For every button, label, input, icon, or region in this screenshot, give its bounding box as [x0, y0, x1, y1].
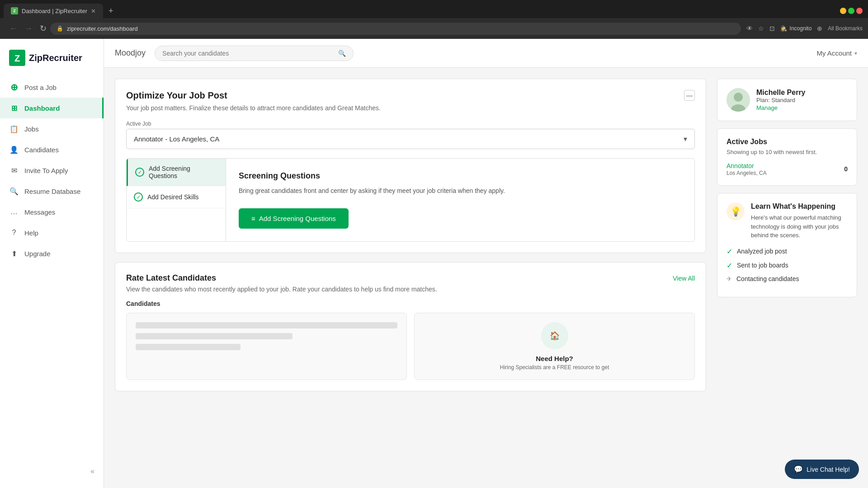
status-item-analyzed: ✓ Analyzed job post	[726, 247, 848, 256]
screening-btn-label: Add Screening Questions	[259, 215, 336, 222]
learn-icon: 💡	[726, 202, 745, 221]
active-jobs-title: Active Jobs	[726, 138, 848, 146]
user-info: Michelle Perry Plan: Standard Manage	[726, 88, 848, 112]
job-applicant-count: 0	[844, 165, 848, 173]
main-header: Moodjoy 🔍 My Account ▾	[104, 39, 868, 68]
help-icon: ?	[9, 228, 19, 238]
manage-account-link[interactable]: Manage	[756, 104, 778, 111]
active-job-value: Annotator - Los Angeles, CA	[134, 135, 219, 143]
maximize-window-button[interactable]	[848, 8, 854, 14]
step-check-icon	[135, 168, 144, 177]
sidebar: Z ZipRecruiter ⊕ Post a Job ⊞ Dashboard …	[0, 39, 104, 488]
url-text: ziprecruiter.com/dashboard	[67, 25, 138, 32]
job-location: Los Angeles, CA	[726, 170, 767, 176]
learn-header-text: Learn What's Happening Here's what our p…	[751, 202, 848, 240]
contacting-label: Contacting candidates	[736, 275, 799, 282]
live-chat-button[interactable]: 💬 Live Chat Help!	[785, 460, 859, 479]
company-name: Moodjoy	[115, 48, 146, 58]
split-view-icon[interactable]: ⊡	[769, 25, 775, 32]
invite-icon: ✉	[9, 165, 19, 175]
browser-actions: 👁 ☆ ⊡ 🕵 Incognito ⊕ All Bookmarks	[746, 25, 863, 32]
eye-icon[interactable]: 👁	[746, 25, 753, 32]
sidebar-collapse-button[interactable]: «	[0, 462, 104, 481]
active-jobs-subtitle: Showing up to 10 with newest first.	[726, 149, 848, 155]
sidebar-item-resume-database[interactable]: 🔍 Resume Database	[0, 181, 104, 202]
optimize-card-title: Optimize Your Job Post	[126, 90, 227, 101]
step-screening-label: Add Screening Questions	[149, 165, 218, 179]
learn-description: Here's what our powerful matching techno…	[751, 213, 848, 240]
svg-text:🏠: 🏠	[550, 331, 560, 341]
minimize-card-button[interactable]: —	[684, 90, 695, 101]
messages-label: Messages	[24, 208, 55, 216]
sidebar-item-upgrade[interactable]: ⬆ Upgrade	[0, 243, 104, 264]
step-item-skills[interactable]: Add Desired Skills	[127, 186, 226, 208]
svg-point-5	[734, 93, 743, 102]
sidebar-item-candidates[interactable]: 👤 Candidates	[0, 139, 104, 160]
browser-tab[interactable]: Z Dashboard | ZipRecruiter ✕	[4, 4, 103, 18]
browser-controls: ← → ↻ 🔒 ziprecruiter.com/dashboard 👁 ☆ ⊡…	[0, 18, 868, 39]
candidate-placeholder-location	[136, 344, 241, 350]
svg-text:Z: Z	[14, 53, 20, 63]
screening-btn-icon: ≡	[251, 215, 255, 222]
need-help-content: Need Help? Hiring Specialists are a FREE…	[500, 355, 609, 371]
sidebar-item-dashboard[interactable]: ⊞ Dashboard	[0, 98, 104, 118]
candidates-section-label: Candidates	[126, 300, 695, 307]
sidebar-item-help[interactable]: ? Help	[0, 222, 104, 243]
need-help-text: Hiring Specialists are a FREE resource t…	[500, 364, 609, 371]
upgrade-icon: ⬆	[9, 249, 19, 258]
address-bar[interactable]: 🔒 ziprecruiter.com/dashboard	[50, 23, 741, 35]
resume-icon: 🔍	[9, 186, 19, 196]
sidebar-item-messages[interactable]: … Messages	[0, 202, 104, 222]
tab-title: Dashboard | ZipRecruiter	[22, 8, 87, 14]
my-account-button[interactable]: My Account ▾	[816, 49, 857, 57]
browser-tabs: Z Dashboard | ZipRecruiter ✕ +	[0, 0, 868, 18]
analyzed-label: Analyzed job post	[737, 248, 787, 255]
new-tab-button[interactable]: +	[105, 5, 117, 18]
status-item-contacting: ✈ Contacting candidates	[726, 275, 848, 282]
my-account-label: My Account	[816, 49, 852, 57]
candidate-placeholder-role	[136, 333, 292, 339]
sidebar-item-post-job[interactable]: ⊕ Post a Job	[0, 77, 104, 98]
need-help-title: Need Help?	[500, 355, 609, 362]
active-job-dropdown[interactable]: Annotator - Los Angeles, CA ▾	[126, 129, 695, 149]
rate-candidates-card: Rate Latest Candidates View All View the…	[115, 262, 706, 391]
user-profile-card: Michelle Perry Plan: Standard Manage	[717, 79, 857, 121]
detail-title: Screening Questions	[239, 171, 682, 181]
tab-close-button[interactable]: ✕	[91, 8, 96, 14]
optimize-card-subtitle: Your job post matters. Finalize these de…	[126, 104, 695, 112]
incognito-badge: 🕵 Incognito	[780, 25, 812, 32]
active-job-label: Active Job	[126, 121, 695, 127]
forward-button[interactable]: →	[21, 22, 36, 35]
annotator-job-link[interactable]: Annotator	[726, 162, 754, 169]
close-window-button[interactable]	[856, 8, 863, 14]
right-panel: Michelle Perry Plan: Standard Manage Act…	[717, 79, 857, 477]
reload-button[interactable]: ↻	[36, 22, 50, 35]
minimize-window-button[interactable]	[840, 8, 846, 14]
chevron-down-icon: ▾	[854, 50, 857, 56]
candidates-icon: 👤	[9, 145, 19, 155]
bookmark-icon[interactable]: ☆	[758, 25, 764, 32]
bookmarks-icon[interactable]: All Bookmarks	[828, 25, 863, 32]
profile-icon[interactable]: ⊕	[817, 25, 822, 32]
back-button[interactable]: ←	[5, 22, 21, 35]
search-icon: 🔍	[338, 50, 346, 57]
step-item-screening[interactable]: Add Screening Questions	[127, 159, 226, 186]
need-help-illustration: 🏠	[541, 322, 568, 349]
view-all-link[interactable]: View All	[673, 275, 695, 282]
add-screening-questions-button[interactable]: ≡ Add Screening Questions	[239, 208, 349, 229]
invite-label: Invite To Apply	[24, 167, 68, 174]
logo: Z ZipRecruiter	[0, 46, 104, 77]
sidebar-item-invite-to-apply[interactable]: ✉ Invite To Apply	[0, 160, 104, 181]
resume-label: Resume Database	[24, 188, 80, 195]
post-job-icon: ⊕	[9, 82, 19, 92]
user-avatar	[726, 88, 750, 112]
user-plan: Plan: Standard	[756, 97, 806, 103]
search-input[interactable]	[162, 50, 335, 57]
candidate-card-2: 🏠 Need Help? Hiring Specialists are a FR…	[414, 313, 695, 380]
incognito-label: Incognito	[790, 25, 812, 32]
help-label: Help	[24, 229, 38, 237]
sidebar-item-jobs[interactable]: 📋 Jobs	[0, 118, 104, 139]
search-box[interactable]: 🔍	[155, 46, 354, 61]
logo-text: ZipRecruiter	[29, 53, 82, 63]
steps-panel: Add Screening Questions Add Desired Skil…	[127, 159, 226, 241]
